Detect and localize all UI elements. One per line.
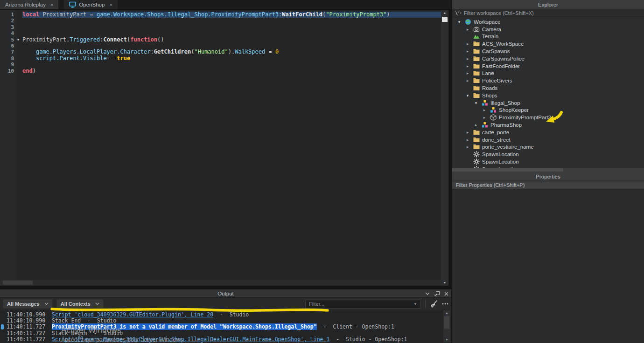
code-line[interactable]: 9: [0, 62, 441, 68]
code-text[interactable]: [22, 24, 441, 30]
expand-arrow-icon[interactable]: ▾: [456, 20, 462, 24]
expand-arrow-icon[interactable]: ▸: [482, 108, 487, 112]
chevron-down-icon[interactable]: ▼: [413, 302, 417, 306]
code-text[interactable]: [22, 18, 441, 24]
expand-arrow-icon[interactable]: ▾: [473, 101, 479, 105]
code-line[interactable]: 1local ProximityPart = game.Workspace.Sh…: [0, 12, 441, 18]
code-text[interactable]: game.Players.LocalPlayer.Character:GetCh…: [22, 49, 441, 55]
scrollbar-thumb[interactable]: [444, 316, 449, 329]
editor-horizontal-scrollbar[interactable]: [0, 280, 441, 286]
clear-output-broom-icon[interactable]: [430, 300, 438, 308]
scroll-up-icon[interactable]: ▲: [443, 310, 450, 316]
expand-arrow-icon[interactable]: ▸: [465, 78, 470, 83]
tree-item-porte_vestiaire_name[interactable]: ▸porte_vestiaire_name: [452, 144, 644, 151]
fold-gutter: [14, 55, 22, 62]
code-text[interactable]: ProximityPart.Triggered:Connect(function…: [22, 37, 441, 43]
scroll-down-icon[interactable]: ▼: [443, 337, 450, 343]
editor-vertical-scrollbar[interactable]: ▲ ▼: [441, 10, 448, 286]
model-icon: [482, 100, 488, 106]
code-text[interactable]: end): [22, 68, 441, 74]
tab-openshop[interactable]: OpenShop×: [64, 0, 117, 9]
tree-item-acs_workspace[interactable]: ▸ACS_WorkSpace: [452, 40, 644, 48]
tree-item-illegal_shop[interactable]: ▾Illegal_Shop: [452, 99, 644, 107]
dock-icon[interactable]: [434, 291, 440, 296]
expand-arrow-icon[interactable]: ▸: [465, 49, 470, 54]
tree-item-terrain[interactable]: Terrain: [452, 33, 644, 41]
scrollbar-thumb[interactable]: [3, 281, 33, 285]
tree-item-spawnlocation[interactable]: SpawnLocation: [452, 151, 644, 158]
code-line[interactable]: 3: [0, 24, 441, 30]
code-line[interactable]: 10end): [0, 68, 441, 74]
tab-label: Arizona Roleplay: [5, 2, 46, 7]
expand-arrow-icon[interactable]: ▸: [473, 123, 479, 127]
code-text[interactable]: [22, 62, 441, 68]
tree-item-policegivers[interactable]: ▸PoliceGivers: [452, 77, 644, 84]
expand-arrow-icon[interactable]: ▸: [465, 64, 470, 69]
folder-icon: [473, 137, 480, 143]
tree-item-carte_porte[interactable]: ▸carte_porte: [452, 129, 644, 136]
scroll-up-icon[interactable]: ▲: [441, 10, 448, 16]
line-number: 7: [0, 49, 14, 55]
expand-arrow-icon[interactable]: ▸: [465, 130, 470, 135]
explorer-horizontal-scrollbar[interactable]: [452, 168, 644, 172]
tree-item-carspawns[interactable]: ▸CarSpawns: [452, 48, 644, 55]
output-vertical-scrollbar[interactable]: ▲ ▼: [443, 310, 450, 343]
expand-arrow-icon[interactable]: ▸: [465, 41, 470, 46]
expand-arrow-icon[interactable]: ▸: [465, 27, 470, 32]
expand-arrow-icon[interactable]: ▾: [465, 93, 470, 98]
tree-item-proximitypromptpart3[interactable]: ▸ProximityPromptPart3: [452, 114, 644, 121]
expand-arrow-icon[interactable]: ▸: [465, 144, 470, 149]
code-line[interactable]: 2: [0, 18, 441, 24]
tree-item-fastfoodfolder[interactable]: ▸FastFoodFolder: [452, 62, 644, 70]
dropdown-label: All Contexts: [61, 301, 91, 307]
properties-filter-input[interactable]: Filter Properties (Ctrl+Shift+P): [452, 181, 644, 189]
tree-item-shopkeeper[interactable]: ▸ShopKeeper: [452, 107, 644, 114]
folder-icon: [473, 78, 480, 83]
expand-arrow-icon[interactable]: ▸: [482, 115, 487, 120]
code-text[interactable]: [22, 30, 441, 36]
camera-icon: [473, 26, 480, 33]
more-options-icon[interactable]: [442, 303, 448, 305]
code-text[interactable]: script.Parent.Visible = true: [22, 55, 441, 62]
properties-panel: Properties Filter Properties (Ctrl+Shift…: [452, 172, 644, 343]
tree-item-spawnlocation[interactable]: SpawnLocation: [452, 158, 644, 165]
expand-arrow-icon[interactable]: ▸: [465, 137, 470, 142]
code-line[interactable]: 5▾ProximityPart.Triggered:Connect(functi…: [0, 37, 441, 43]
log-text: - Studio: [213, 311, 249, 318]
scrollbar-thumb[interactable]: [452, 168, 563, 172]
tab-close-icon[interactable]: ×: [109, 2, 112, 7]
expand-arrow-icon[interactable]: ▸: [465, 71, 470, 75]
tree-item-lane[interactable]: ▸Lane: [452, 70, 644, 77]
close-icon[interactable]: [444, 292, 448, 296]
tab-arizona-roleplay[interactable]: Arizona Roleplay×: [0, 0, 58, 9]
code-line[interactable]: 4: [0, 30, 441, 36]
context-filter-dropdown[interactable]: All Contexts: [56, 299, 104, 309]
tree-item-label: Roads: [482, 85, 497, 91]
code-line[interactable]: 8 script.Parent.Visible = true: [0, 55, 441, 62]
code-line[interactable]: 7 game.Players.LocalPlayer.Character:Get…: [0, 49, 441, 55]
collapse-chevron-icon[interactable]: [425, 292, 430, 295]
scroll-down-icon[interactable]: ▼: [441, 280, 448, 286]
fold-arrow-icon[interactable]: ▾: [14, 37, 22, 43]
tree-item-done_street[interactable]: ▸done_street: [452, 136, 644, 144]
tree-item-shops[interactable]: ▾Shops: [452, 92, 644, 99]
tree-item-camera[interactable]: ▸Camera: [452, 26, 644, 33]
log-script-link[interactable]: Script 'cloud_340936329.GUIEditor.Plugin…: [52, 311, 213, 318]
folder-icon: [473, 41, 480, 47]
expand-arrow-icon[interactable]: ▸: [465, 56, 470, 61]
message-filter-dropdown[interactable]: All Messages: [3, 299, 53, 309]
tree-item-label: Camera: [482, 27, 501, 32]
tree-item-pharmashop[interactable]: ▸PharmaShop: [452, 121, 644, 129]
code-text[interactable]: local ProximityPart = game.Workspace.Sho…: [22, 12, 441, 18]
explorer-filter-input[interactable]: Filter workspace (Ctrl+Shift+X): [452, 9, 644, 17]
tree-item-workspace[interactable]: ▾Workspace: [452, 18, 644, 26]
code-line[interactable]: 6: [0, 43, 441, 49]
tree-item-carspawnspolice[interactable]: ▸CarSpawnsPolice: [452, 55, 644, 62]
script-editor[interactable]: 1local ProximityPart = game.Workspace.Sh…: [0, 10, 441, 280]
output-filter-input[interactable]: Filter... ▼: [305, 300, 421, 309]
code-text[interactable]: [22, 43, 441, 49]
tree-item-roads[interactable]: Roads: [452, 84, 644, 92]
tab-close-icon[interactable]: ×: [50, 2, 53, 7]
scrollbar-thumb[interactable]: [442, 17, 448, 22]
windows-activation-watermark: Activer Windows Accédez aux paramètres p…: [61, 326, 185, 343]
